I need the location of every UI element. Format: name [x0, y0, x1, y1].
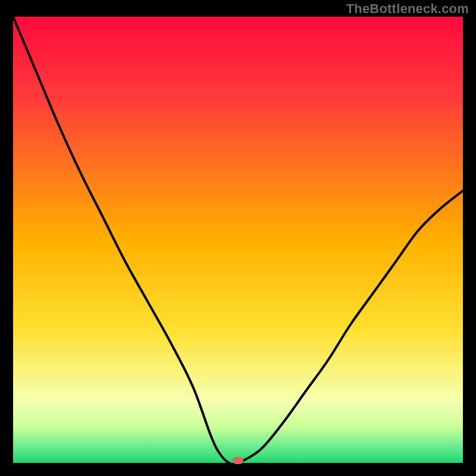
- gradient-rect: [13, 17, 463, 463]
- watermark-text: TheBottleneck.com: [346, 1, 469, 17]
- chart-frame: TheBottleneck.com: [0, 0, 476, 476]
- optimum-marker-icon: [233, 457, 243, 464]
- chart-svg: [13, 17, 463, 463]
- plot-area: [13, 17, 463, 463]
